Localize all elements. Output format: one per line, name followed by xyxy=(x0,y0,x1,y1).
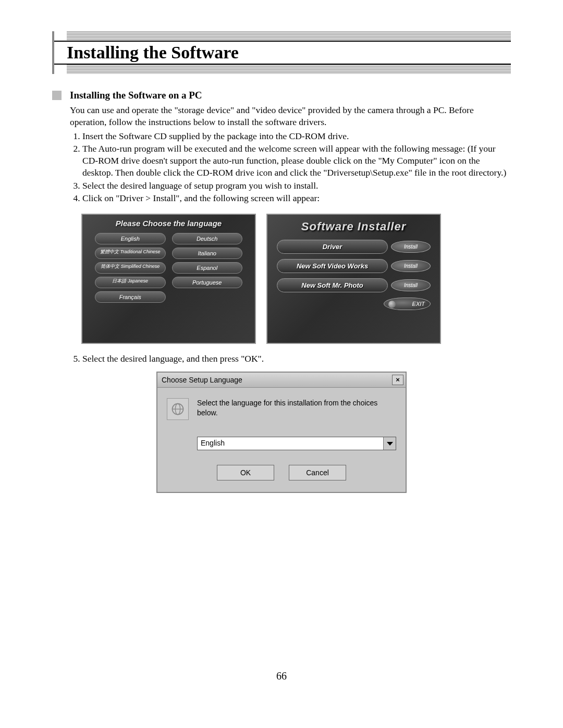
choose-language-dialog: Choose Setup Language × Select the langu… xyxy=(156,372,407,493)
close-button[interactable]: × xyxy=(392,375,403,385)
section-heading: Installing the Software on a PC xyxy=(70,90,202,101)
installer-row-videoworks: New Soft Video Works Install xyxy=(277,259,431,273)
installer-title: Software Installer xyxy=(267,215,440,240)
section-marker xyxy=(52,91,62,100)
lang-button-italiano[interactable]: Italiano xyxy=(172,248,243,259)
dialog-wrap: Choose Setup Language × Select the langu… xyxy=(52,372,511,493)
lang-button-japanese[interactable]: 日本語 Japanese xyxy=(95,277,166,288)
step-item: Click on "Driver > Install", and the fol… xyxy=(82,192,511,204)
header-stripe-bottom xyxy=(67,65,511,74)
install-button-mrphoto[interactable]: Install xyxy=(391,279,431,291)
step-item: Insert the Software CD supplied by the p… xyxy=(82,130,511,142)
installer-row-mrphoto: New Soft Mr. Photo Install xyxy=(277,278,431,292)
language-select-value: English xyxy=(198,437,383,450)
header-stripe-top xyxy=(67,31,511,41)
page-number: 66 xyxy=(52,670,511,682)
lang-button-simp-chinese[interactable]: 简体中文 Simplified Chinese xyxy=(95,262,166,274)
chevron-down-icon[interactable] xyxy=(383,437,396,450)
product-button-driver[interactable]: Driver xyxy=(277,240,388,254)
installer-rows: Driver Install New Soft Video Works Inst… xyxy=(267,240,440,292)
dialog-select-row: English xyxy=(157,424,406,455)
screenshots-row: Please Choose the language English Deuts… xyxy=(81,214,511,344)
software-installer-screenshot: Software Installer Driver Install New So… xyxy=(266,214,441,344)
language-select[interactable]: English xyxy=(197,437,396,450)
language-grid: English Deutsch 繁體中文 Traditional Chinese… xyxy=(82,231,255,305)
lang-button-trad-chinese[interactable]: 繁體中文 Traditional Chinese xyxy=(95,248,166,259)
arrow-down-icon xyxy=(387,442,393,446)
step-item: The Auto-run program will be executed an… xyxy=(82,143,511,178)
dialog-buttons: OK Cancel xyxy=(157,455,406,492)
globe-icon xyxy=(170,402,185,416)
installer-row-driver: Driver Install xyxy=(277,240,431,254)
install-button-driver[interactable]: Install xyxy=(391,241,431,253)
dialog-body: Select the language for this installatio… xyxy=(157,388,406,424)
product-button-videoworks[interactable]: New Soft Video Works xyxy=(277,259,388,273)
page-header: Installing the Software xyxy=(52,31,511,74)
lang-screen-title: Please Choose the language xyxy=(82,215,255,231)
exit-row: EXIT xyxy=(267,292,440,310)
setup-icon xyxy=(167,398,189,420)
lang-button-espanol[interactable]: Espanol xyxy=(172,262,243,274)
lang-button-deutsch[interactable]: Deutsch xyxy=(172,233,243,244)
lang-button-portuguese[interactable]: Portuguese xyxy=(172,277,243,288)
dialog-title: Choose Setup Language xyxy=(162,376,242,384)
cancel-button[interactable]: Cancel xyxy=(289,465,346,480)
step-item: Select the desired language of setup pro… xyxy=(82,180,511,192)
lang-button-english[interactable]: English xyxy=(95,233,166,244)
steps-list-continued: Select the desired language, and then pr… xyxy=(70,353,511,364)
install-button-videoworks[interactable]: Install xyxy=(391,260,431,272)
product-button-mrphoto[interactable]: New Soft Mr. Photo xyxy=(277,278,388,292)
language-chooser-screenshot: Please Choose the language English Deuts… xyxy=(81,214,256,344)
dialog-message: Select the language for this installatio… xyxy=(197,398,396,420)
steps-list: Insert the Software CD supplied by the p… xyxy=(70,130,511,205)
dialog-titlebar: Choose Setup Language × xyxy=(157,373,406,388)
lang-button-francais[interactable]: Français xyxy=(95,291,166,303)
ok-button[interactable]: OK xyxy=(217,465,274,480)
page-title: Installing the Software xyxy=(54,41,511,65)
intro-text: You can use and operate the "storage dev… xyxy=(70,104,511,128)
step-item: Select the desired language, and then pr… xyxy=(82,353,511,364)
exit-button[interactable]: EXIT xyxy=(384,298,431,310)
section-heading-row: Installing the Software on a PC xyxy=(52,90,511,101)
